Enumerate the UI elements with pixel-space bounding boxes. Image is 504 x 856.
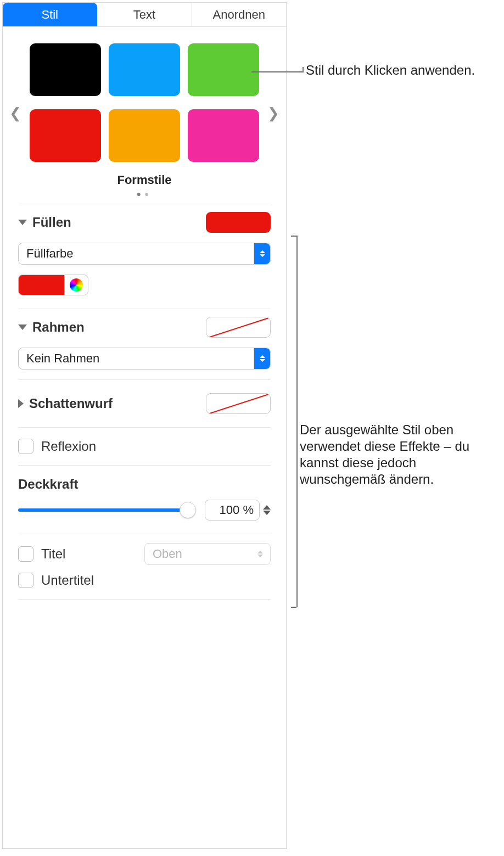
border-type-popup[interactable]: Kein Rahmen	[18, 348, 271, 370]
chevron-right-icon[interactable]: ❯	[267, 105, 279, 122]
preset-orange[interactable]	[109, 109, 180, 162]
title-label: Titel	[41, 546, 65, 562]
stepper-up-icon[interactable]	[263, 505, 271, 510]
border-type-value: Kein Rahmen	[26, 351, 99, 366]
callout-bracket	[296, 236, 298, 607]
preset-blue[interactable]	[109, 43, 180, 96]
fill-color-well[interactable]	[18, 275, 64, 295]
tab-text[interactable]: Text	[97, 3, 192, 26]
title-section: Titel Oben Untertitel	[3, 534, 286, 599]
color-picker-button[interactable]	[64, 275, 88, 295]
preset-pink[interactable]	[188, 109, 259, 162]
title-position-value: Oben	[153, 547, 182, 561]
preset-red[interactable]	[30, 109, 101, 162]
fill-section-header: Füllen	[3, 204, 286, 237]
callout-bracket	[291, 607, 296, 608]
reflection-checkbox[interactable]	[18, 439, 33, 454]
title-position-popup: Oben	[144, 543, 271, 565]
shadow-section-header: Schattenwurf	[3, 380, 286, 427]
chevron-left-icon[interactable]: ❮	[9, 105, 21, 122]
callout-bracket	[291, 236, 296, 237]
chevron-down-icon	[18, 220, 27, 225]
callout-apply-style: Stil durch Klicken anwenden.	[306, 62, 492, 79]
tab-arrange[interactable]: Anordnen	[192, 3, 286, 26]
inspector-tabbar: Stil Text Anordnen	[3, 3, 286, 27]
opacity-section: Deckkraft 100 %	[3, 466, 286, 534]
border-disclosure[interactable]: Rahmen	[18, 320, 85, 335]
shadow-disclosure[interactable]: Schattenwurf	[18, 396, 113, 411]
slider-thumb[interactable]	[180, 502, 196, 518]
color-wheel-icon	[70, 278, 83, 292]
title-checkbox[interactable]	[18, 546, 33, 562]
subtitle-label: Untertitel	[41, 573, 94, 588]
stepper-down-icon[interactable]	[263, 511, 271, 515]
chevron-down-icon	[18, 325, 27, 330]
style-inspector-panel: Stil Text Anordnen ❮ ❯ Formstile ●● Füll…	[2, 2, 287, 849]
preset-green[interactable]	[188, 43, 259, 96]
popup-stepper-icon	[254, 243, 270, 264]
fill-preview-swatch[interactable]	[206, 212, 271, 233]
callout-leader	[251, 71, 304, 72]
border-label: Rahmen	[32, 320, 85, 335]
chevron-right-icon	[18, 399, 24, 408]
border-preview-swatch[interactable]	[206, 317, 271, 338]
popup-stepper-icon	[254, 348, 270, 369]
border-section-header: Rahmen	[3, 309, 286, 342]
presets-page-dots[interactable]: ●●	[25, 189, 264, 198]
style-presets: ❮ ❯ Formstile ●●	[3, 27, 286, 204]
fill-type-popup[interactable]: Füllfarbe	[18, 243, 271, 265]
fill-label: Füllen	[32, 215, 71, 230]
tab-style[interactable]: Stil	[3, 3, 97, 26]
presets-caption: Formstile	[25, 173, 264, 187]
callout-effects: Der ausgewählte Stil oben verwendet dies…	[300, 422, 504, 488]
fill-type-value: Füllfarbe	[26, 247, 74, 261]
reflection-row: Reflexion	[3, 428, 286, 465]
shadow-label: Schattenwurf	[29, 396, 113, 411]
callout-leader	[303, 67, 304, 72]
opacity-label: Deckkraft	[18, 477, 271, 492]
fill-disclosure[interactable]: Füllen	[18, 215, 71, 230]
shadow-preview-swatch[interactable]	[206, 393, 271, 414]
preset-black[interactable]	[30, 43, 101, 96]
reflection-label: Reflexion	[41, 439, 96, 454]
opacity-value-field[interactable]: 100 %	[205, 500, 260, 521]
popup-stepper-icon	[254, 551, 267, 557]
opacity-slider[interactable]	[18, 502, 194, 518]
subtitle-checkbox[interactable]	[18, 573, 33, 588]
